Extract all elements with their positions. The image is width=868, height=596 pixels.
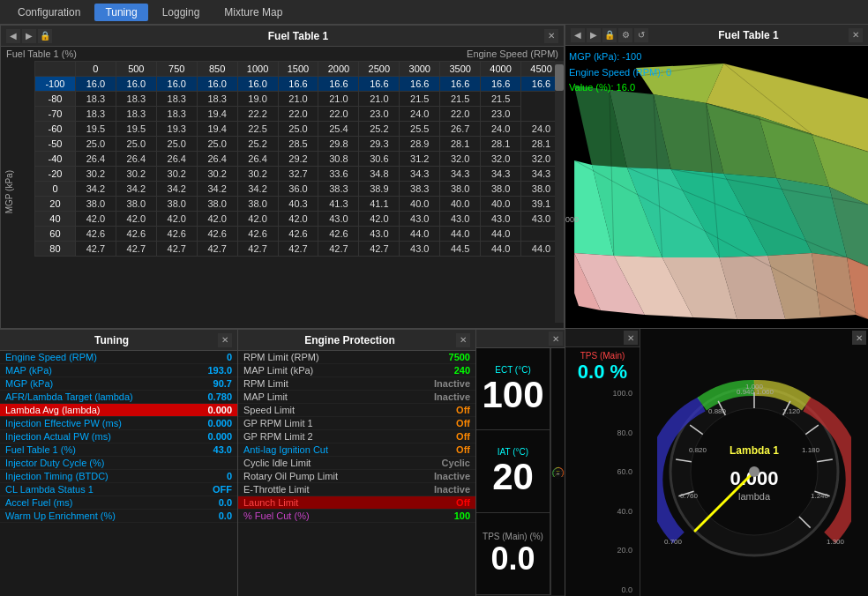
3d-arrow-left[interactable]: ◀	[571, 28, 585, 42]
nav-tab-tuning[interactable]: Tuning	[94, 4, 147, 21]
table-cell[interactable]: 19.0	[237, 92, 278, 107]
table-cell[interactable]: 29.8	[318, 137, 359, 152]
table-cell[interactable]: 29.2	[278, 152, 318, 167]
table-cell[interactable]: 18.3	[116, 107, 156, 122]
table-row[interactable]: -2030.230.230.230.230.232.733.634.834.33…	[35, 167, 562, 182]
table-row[interactable]: 034.234.234.234.234.236.038.338.938.338.…	[35, 182, 562, 197]
3d-refresh-btn[interactable]: ↺	[634, 28, 648, 42]
3d-settings-btn[interactable]: ⚙	[618, 28, 632, 42]
table-cell[interactable]: 43.0	[440, 212, 481, 227]
table-cell[interactable]: 26.4	[197, 152, 237, 167]
table-cell[interactable]: 28.5	[278, 137, 318, 152]
table-row[interactable]: -7018.318.318.319.422.222.022.023.024.02…	[35, 107, 562, 122]
table-cell[interactable]: 31.2	[400, 152, 440, 167]
3d-lock-btn[interactable]: 🔒	[602, 28, 617, 42]
table-cell[interactable]: 34.2	[197, 182, 237, 197]
table-cell[interactable]: 32.7	[278, 167, 318, 182]
table-cell[interactable]: 19.4	[197, 122, 237, 137]
table-cell[interactable]: 42.7	[359, 242, 400, 257]
table-cell[interactable]: 42.0	[359, 212, 400, 227]
table-row[interactable]: -8018.318.318.318.319.021.021.021.021.52…	[35, 92, 562, 107]
table-row[interactable]: 6042.642.642.642.642.642.642.643.044.044…	[35, 227, 562, 242]
table-row[interactable]: -10016.016.016.016.016.016.616.616.616.6…	[35, 77, 562, 92]
3d-arrow-right[interactable]: ▶	[587, 28, 601, 42]
table-cell[interactable]: 22.0	[318, 107, 359, 122]
table-cell[interactable]: 41.3	[318, 197, 359, 212]
table-cell[interactable]: 30.2	[156, 167, 197, 182]
table-cell[interactable]: 16.6	[440, 77, 481, 92]
table-cell[interactable]: 42.6	[197, 227, 237, 242]
table-cell[interactable]: 42.7	[197, 242, 237, 257]
table-cell[interactable]: 33.6	[318, 167, 359, 182]
table-cell[interactable]: 23.0	[359, 107, 400, 122]
table-cell[interactable]: 42.7	[278, 242, 318, 257]
nav-tab-mixture-map[interactable]: Mixture Map	[213, 4, 293, 21]
table-cell[interactable]: 30.2	[237, 167, 278, 182]
table-cell[interactable]: 18.3	[116, 92, 156, 107]
table-row[interactable]: -5025.025.025.025.025.228.529.829.328.92…	[35, 137, 562, 152]
table-cell[interactable]: 42.6	[75, 227, 116, 242]
table-cell[interactable]: 22.0	[440, 107, 481, 122]
table-cell[interactable]: 42.7	[156, 242, 197, 257]
table-cell[interactable]: 21.0	[278, 92, 318, 107]
table-cell[interactable]: 42.0	[278, 212, 318, 227]
table-cell[interactable]: 29.3	[359, 137, 400, 152]
nav-tab-configuration[interactable]: Configuration	[7, 4, 91, 21]
table-cell[interactable]: 38.0	[481, 182, 521, 197]
table-cell[interactable]: 16.0	[116, 77, 156, 92]
table-row[interactable]: -6019.519.519.319.422.525.025.425.225.52…	[35, 122, 562, 137]
table-row[interactable]: -4026.426.426.426.426.429.230.830.631.23…	[35, 152, 562, 167]
table-cell[interactable]: 38.3	[318, 182, 359, 197]
table-cell[interactable]: 40.3	[278, 197, 318, 212]
table-cell[interactable]: 30.2	[116, 167, 156, 182]
table-cell[interactable]: 34.2	[116, 182, 156, 197]
table-cell[interactable]: 30.8	[318, 152, 359, 167]
table-cell[interactable]: 28.9	[400, 137, 440, 152]
table-cell[interactable]: 42.7	[75, 242, 116, 257]
table-cell[interactable]: 28.1	[481, 137, 521, 152]
table-cell[interactable]: 26.4	[237, 152, 278, 167]
table-cell[interactable]: 26.4	[75, 152, 116, 167]
table-cell[interactable]: 34.3	[440, 167, 481, 182]
table-cell[interactable]: 24.0	[400, 107, 440, 122]
tuning-close-btn[interactable]: ✕	[218, 333, 232, 347]
table-cell[interactable]: 25.0	[75, 137, 116, 152]
table-cell[interactable]: 32.0	[481, 152, 521, 167]
table-cell[interactable]: 44.0	[440, 227, 481, 242]
tps-close-btn[interactable]: ✕	[624, 331, 638, 345]
table-cell[interactable]: 42.6	[278, 227, 318, 242]
fuel-data-table[interactable]: 0500750850100015002000250030003500400045…	[34, 61, 562, 257]
table-cell[interactable]: 18.3	[75, 107, 116, 122]
table-cell[interactable]: 16.6	[278, 77, 318, 92]
table-cell[interactable]: 23.0	[481, 107, 521, 122]
table-cell[interactable]: 21.5	[400, 92, 440, 107]
table-cell[interactable]: 42.7	[237, 242, 278, 257]
table-cell[interactable]: 19.3	[156, 122, 197, 137]
table-cell[interactable]: 42.0	[197, 212, 237, 227]
nav-tab-logging[interactable]: Logging	[152, 4, 211, 21]
table-cell[interactable]: 32.0	[440, 152, 481, 167]
arrow-left-btn[interactable]: ◀	[6, 29, 20, 43]
table-cell[interactable]: 34.2	[156, 182, 197, 197]
table-cell[interactable]: 16.0	[237, 77, 278, 92]
table-cell[interactable]: 42.0	[75, 212, 116, 227]
close-btn[interactable]: ✕	[544, 29, 558, 43]
table-cell[interactable]: 44.0	[481, 242, 521, 257]
table-cell[interactable]: 42.6	[156, 227, 197, 242]
table-cell[interactable]: 44.0	[400, 227, 440, 242]
gauges-close-btn[interactable]: ✕	[549, 332, 563, 346]
gauge-close-btn[interactable]: ✕	[852, 331, 866, 345]
table-cell[interactable]: 40.0	[440, 197, 481, 212]
table-cell[interactable]: 42.0	[116, 212, 156, 227]
table-cell[interactable]: 25.0	[197, 137, 237, 152]
table-cell[interactable]: 19.4	[197, 107, 237, 122]
table-cell[interactable]: 30.2	[197, 167, 237, 182]
table-cell[interactable]: 44.0	[481, 227, 521, 242]
table-cell[interactable]: 16.0	[156, 77, 197, 92]
table-cell[interactable]: 30.2	[75, 167, 116, 182]
table-cell[interactable]: 26.7	[440, 122, 481, 137]
table-cell[interactable]: 43.0	[481, 212, 521, 227]
lock-btn[interactable]: 🔒	[38, 29, 52, 43]
table-cell[interactable]: 26.4	[156, 152, 197, 167]
table-cell[interactable]: 25.5	[400, 122, 440, 137]
